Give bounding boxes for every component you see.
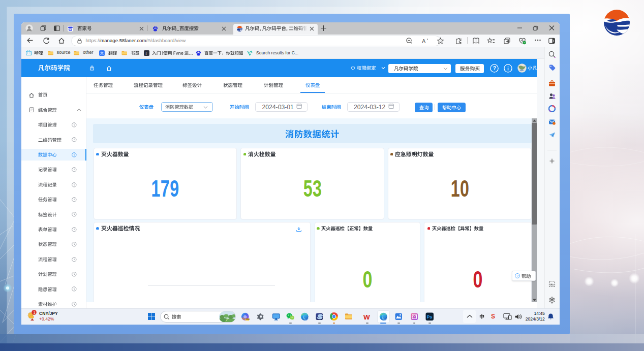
svg-text:1: 1 — [33, 310, 35, 315]
svg-text:A: A — [422, 38, 426, 44]
svg-text:Ps: Ps — [427, 314, 433, 319]
svg-text:?: ? — [516, 274, 518, 278]
svg-text:?: ? — [493, 65, 496, 71]
svg-text:W: W — [363, 313, 370, 321]
svg-text:f: f — [145, 51, 147, 55]
svg-text:PRE: PRE — [246, 318, 250, 321]
